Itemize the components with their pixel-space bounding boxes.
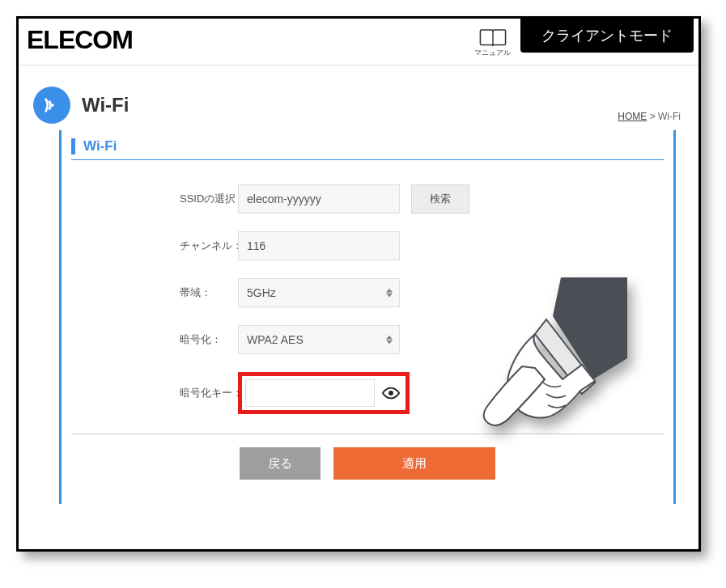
divider bbox=[71, 159, 664, 160]
breadcrumb: HOME > Wi-Fi bbox=[618, 111, 681, 122]
row-channel: チャンネル： 116 bbox=[84, 231, 651, 260]
book-icon bbox=[479, 28, 507, 48]
wifi-icon-bubble bbox=[33, 87, 70, 124]
title-row: Wi-Fi HOME > Wi-Fi bbox=[19, 66, 698, 130]
row-band: 帯域： 5GHz bbox=[84, 278, 651, 307]
row-ssid: SSIDの選択： elecom-yyyyyy 検索 bbox=[84, 184, 651, 214]
svg-point-2 bbox=[388, 391, 393, 396]
app-window: ELECOM マニュアル クライアントモード Wi-Fi HOME > Wi-F… bbox=[16, 16, 701, 552]
wifi-form: SSIDの選択： elecom-yyyyyy 検索 チャンネル： 116 帯域：… bbox=[62, 184, 673, 414]
channel-label: チャンネル： bbox=[84, 239, 238, 253]
section-title: Wi-Fi bbox=[62, 130, 673, 159]
manual-link[interactable]: マニュアル bbox=[465, 19, 520, 65]
band-select[interactable]: 5GHz bbox=[238, 278, 400, 307]
encryption-label: 暗号化： bbox=[84, 332, 238, 347]
ssid-label: SSIDの選択： bbox=[84, 192, 238, 206]
eye-icon bbox=[382, 387, 400, 400]
page-title: Wi-Fi bbox=[82, 94, 129, 116]
mode-badge: クライアントモード bbox=[520, 19, 694, 53]
breadcrumb-current: Wi-Fi bbox=[658, 111, 681, 122]
svg-point-1 bbox=[51, 104, 54, 107]
encryption-select[interactable]: WPA2 AES bbox=[238, 325, 400, 354]
content-card: Wi-Fi SSIDの選択： elecom-yyyyyy 検索 チャンネル： 1… bbox=[59, 130, 676, 504]
manual-label: マニュアル bbox=[474, 48, 511, 58]
search-button[interactable]: 検索 bbox=[411, 184, 469, 214]
breadcrumb-home[interactable]: HOME bbox=[618, 111, 647, 122]
key-label: 暗号化キー： bbox=[84, 386, 238, 400]
apply-button[interactable]: 適用 bbox=[333, 447, 495, 480]
key-input[interactable] bbox=[245, 379, 375, 407]
button-bar: 戻る 適用 bbox=[71, 434, 664, 480]
chevron-updown-icon bbox=[386, 289, 393, 298]
back-button[interactable]: 戻る bbox=[240, 447, 321, 480]
row-key: 暗号化キー： bbox=[84, 372, 651, 414]
chevron-updown-icon bbox=[386, 336, 393, 345]
band-label: 帯域： bbox=[84, 286, 238, 300]
row-encryption: 暗号化： WPA2 AES bbox=[84, 325, 651, 354]
key-highlight-box bbox=[238, 372, 410, 414]
ssid-input[interactable]: elecom-yyyyyy bbox=[238, 184, 400, 214]
brand-logo: ELECOM bbox=[19, 19, 133, 65]
toggle-visibility-button[interactable] bbox=[380, 382, 402, 404]
channel-value: 116 bbox=[238, 231, 400, 260]
wifi-icon bbox=[43, 96, 61, 114]
header: ELECOM マニュアル クライアントモード bbox=[19, 19, 698, 66]
